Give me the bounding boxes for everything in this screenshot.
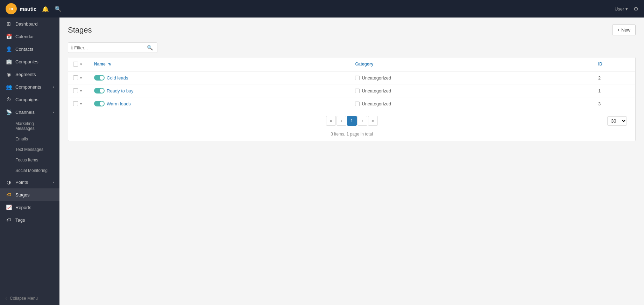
stages-table: ▾ Name ⇅ Category ID: [68, 57, 636, 141]
bell-icon[interactable]: 🔔: [42, 6, 49, 12]
user-dropdown-icon: ▾: [625, 6, 628, 12]
filter-info-icon[interactable]: ℹ: [71, 45, 73, 50]
sidebar-item-calendar[interactable]: 📅 Calendar: [0, 30, 59, 43]
sidebar-item-dashboard[interactable]: ⊞ Dashboard: [0, 18, 59, 30]
main-content: Stages + New ℹ 🔍 ▾: [59, 18, 644, 305]
sidebar-label-tags: Tags: [15, 217, 25, 223]
table-header-id[interactable]: ID: [593, 57, 635, 71]
row-checkbox[interactable]: [73, 88, 78, 93]
row-check-cell: ▾: [68, 84, 89, 97]
points-icon: ◑: [6, 179, 12, 185]
components-icon: 👥: [6, 84, 12, 90]
social-monitoring-label: Social Monitoring: [15, 168, 48, 173]
sidebar-item-points[interactable]: ◑ Points ›: [0, 176, 59, 188]
campaigns-icon: ⏱: [6, 97, 12, 102]
toggle-icon[interactable]: [94, 75, 105, 81]
sidebar-item-channels[interactable]: 📡 Channels ›: [0, 106, 59, 118]
user-menu[interactable]: User ▾: [615, 6, 628, 12]
row-category-cell: Uncategorized: [350, 84, 593, 97]
reports-icon: 📈: [6, 205, 12, 210]
sidebar-item-stages[interactable]: 🏷 Stages: [0, 188, 59, 201]
sidebar-sub-social-monitoring[interactable]: Social Monitoring: [0, 165, 59, 176]
sidebar-item-reports[interactable]: 📈 Reports: [0, 201, 59, 214]
category-label: Uncategorized: [362, 88, 391, 93]
toggle-icon[interactable]: [94, 88, 105, 93]
topbar-right: User ▾ ⚙: [615, 6, 638, 12]
select-all-checkbox[interactable]: [73, 62, 78, 67]
category-cell-wrap: Uncategorized: [355, 75, 588, 81]
page-1-button[interactable]: 1: [347, 116, 357, 126]
page-last-button[interactable]: »: [368, 116, 378, 126]
stages-icon: 🏷: [6, 192, 12, 197]
table-row: ▾ Cold leads Uncategorized 2: [68, 71, 635, 84]
page-next-button[interactable]: ›: [358, 116, 367, 126]
dashboard-icon: ⊞: [6, 21, 12, 27]
stage-name-link[interactable]: Ready to buy: [107, 88, 134, 93]
sidebar-item-tags[interactable]: 🏷 Tags: [0, 214, 59, 226]
row-name-cell: Warm leads: [89, 97, 350, 110]
page-prev-button[interactable]: ‹: [337, 116, 346, 126]
table-header-name[interactable]: Name ⇅: [89, 57, 350, 71]
stage-name-link[interactable]: Cold leads: [107, 75, 128, 81]
sidebar-item-components[interactable]: 👥 Components ›: [0, 81, 59, 93]
row-dropdown[interactable]: ▾: [80, 89, 82, 93]
toggle-icon[interactable]: [94, 101, 105, 106]
sidebar-label-channels: Channels: [15, 110, 35, 115]
sidebar-label-stages: Stages: [15, 192, 29, 197]
search-icon[interactable]: 🔍: [55, 6, 62, 12]
new-button[interactable]: + New: [612, 25, 636, 35]
row-id-cell: 2: [593, 71, 635, 84]
chevron-down-icon: ›: [53, 110, 54, 114]
table-header-category[interactable]: Category: [350, 57, 593, 71]
filter-input[interactable]: [74, 45, 144, 50]
row-dropdown[interactable]: ▾: [80, 76, 82, 80]
user-label: User: [615, 6, 624, 12]
segments-icon: ◉: [6, 71, 12, 77]
category-checkbox[interactable]: [355, 89, 360, 93]
row-checkbox[interactable]: [73, 101, 78, 106]
sort-icon: ⇅: [108, 62, 111, 66]
table-header-check: ▾: [68, 57, 89, 71]
row-check-cell: ▾: [68, 97, 89, 110]
filter-search-button[interactable]: 🔍: [146, 45, 154, 50]
chevron-right-icon: ›: [53, 85, 54, 89]
stage-name-link[interactable]: Warm leads: [107, 101, 131, 106]
header-checkbox-wrap: ▾: [73, 62, 84, 67]
sidebar-item-companies[interactable]: 🏢 Companies: [0, 55, 59, 68]
sidebar-label-points: Points: [15, 180, 28, 185]
sidebar: ⊞ Dashboard 📅 Calendar 👤 Contacts 🏢 Comp…: [0, 18, 59, 305]
companies-icon: 🏢: [6, 59, 12, 64]
topbar: m mautic 🔔 🔍 User ▾ ⚙: [0, 0, 644, 18]
category-checkbox[interactable]: [355, 76, 360, 80]
category-cell-wrap: Uncategorized: [355, 88, 588, 93]
layout: ⊞ Dashboard 📅 Calendar 👤 Contacts 🏢 Comp…: [0, 18, 644, 305]
row-checkbox-wrap: ▾: [73, 88, 84, 93]
sidebar-sub-focus-items[interactable]: Focus Items: [0, 155, 59, 165]
row-id-value: 1: [598, 88, 601, 93]
row-dropdown[interactable]: ▾: [80, 102, 82, 106]
sidebar-item-contacts[interactable]: 👤 Contacts: [0, 43, 59, 55]
pagination-summary: 3 items, 1 page in total: [331, 132, 373, 137]
sidebar-item-campaigns[interactable]: ⏱ Campaigns: [0, 93, 59, 106]
collapse-chevron-icon: ‹: [6, 296, 7, 301]
sidebar-label-reports: Reports: [15, 205, 31, 210]
sidebar-label-components: Components: [15, 84, 41, 90]
sidebar-sub-text-messages[interactable]: Text Messages: [0, 144, 59, 155]
sidebar-label-contacts: Contacts: [15, 47, 33, 52]
per-page-select[interactable]: 30 50 100: [607, 116, 627, 126]
pagination-info-wrap: 3 items, 1 page in total: [68, 131, 635, 141]
sidebar-item-segments[interactable]: ◉ Segments: [0, 68, 59, 81]
settings-icon[interactable]: ⚙: [634, 6, 638, 12]
calendar-icon: 📅: [6, 34, 12, 39]
category-checkbox[interactable]: [355, 102, 360, 106]
row-id-value: 2: [598, 75, 601, 81]
row-category-cell: Uncategorized: [350, 97, 593, 110]
sidebar-sub-emails[interactable]: Emails: [0, 134, 59, 144]
select-all-dropdown[interactable]: ▾: [80, 62, 82, 66]
row-name-cell: Cold leads: [89, 71, 350, 84]
pagination-row: « ‹ 1 › » 30 50 100: [68, 110, 635, 131]
page-first-button[interactable]: «: [326, 116, 336, 126]
sidebar-sub-marketing-messages[interactable]: Marketing Messages: [0, 118, 59, 134]
sidebar-collapse[interactable]: ‹ Collapse Menu: [0, 292, 59, 305]
row-checkbox[interactable]: [73, 75, 78, 80]
